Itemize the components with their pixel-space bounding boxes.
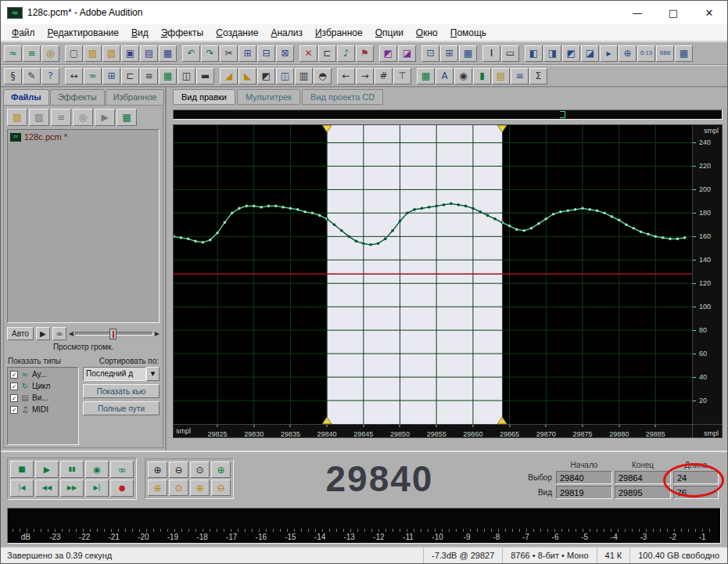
selection-end-field[interactable]: 29864 bbox=[615, 471, 671, 484]
play-file-icon[interactable]: ▶ bbox=[95, 109, 115, 126]
levels-panel-icon[interactable]: ▦ bbox=[675, 45, 693, 62]
help-icon[interactable]: ? bbox=[41, 68, 59, 84]
stop-button[interactable]: ■ bbox=[10, 461, 34, 478]
insert-cd-icon[interactable]: ◎ bbox=[73, 109, 93, 126]
slider-right-arrow-icon[interactable]: ▶ bbox=[155, 330, 160, 337]
insert-multitrack-icon[interactable]: ≡ bbox=[51, 109, 71, 126]
time-ruler-ticks[interactable]: smpl 29825298302983529840298452985029855… bbox=[173, 425, 693, 438]
mix-paste-icon[interactable]: ⊠ bbox=[276, 45, 294, 62]
type-checkbox[interactable]: ✓ bbox=[10, 406, 18, 414]
insert-playlist-icon[interactable]: ≡ bbox=[140, 68, 158, 84]
marquee-tool-icon[interactable]: ▭ bbox=[501, 45, 519, 62]
panel-options-icon[interactable]: ▦ bbox=[117, 109, 137, 126]
menu-window[interactable]: Окно bbox=[410, 26, 444, 40]
pause-button[interactable]: ▮▮ bbox=[60, 461, 84, 478]
fast-forward-button[interactable]: ▶▶ bbox=[60, 480, 84, 497]
minimize-button[interactable]: — bbox=[619, 1, 655, 24]
full-paths-button[interactable]: Полные пути bbox=[83, 401, 160, 415]
zoom-panel-icon[interactable]: ⊕ bbox=[619, 45, 637, 62]
save-file-icon[interactable]: ▣ bbox=[121, 45, 139, 62]
view-start-field[interactable]: 29819 bbox=[556, 486, 612, 499]
play-button[interactable]: ▶ bbox=[35, 461, 59, 478]
zoom-selection-button[interactable]: ⊙ bbox=[169, 480, 188, 496]
trim-icon[interactable]: ⊏ bbox=[318, 45, 336, 62]
undo-icon[interactable]: ↶ bbox=[182, 45, 200, 62]
level-ruler[interactable]: smpl 24022020018016014012010080604020 bbox=[693, 124, 723, 425]
paste-icon[interactable]: ⊟ bbox=[257, 45, 275, 62]
play-from-cursor-button[interactable]: ◉ bbox=[85, 461, 109, 478]
spectral-view-icon[interactable]: ◩ bbox=[379, 45, 397, 62]
save-as-icon[interactable]: ▤ bbox=[140, 45, 158, 62]
preview-auto-button[interactable]: Авто bbox=[7, 327, 34, 340]
snap-toggle-icon[interactable]: # bbox=[375, 68, 393, 84]
compress-icon[interactable]: ◩ bbox=[257, 68, 275, 84]
delete-selection-icon[interactable]: ✕ bbox=[299, 45, 317, 62]
import-file-icon[interactable]: ▨ bbox=[7, 109, 27, 126]
play-looped-button[interactable]: ∞ bbox=[110, 461, 134, 478]
go-to-beginning-button[interactable]: |◀ bbox=[10, 480, 34, 497]
dropdown-arrow-icon[interactable]: ▼ bbox=[146, 367, 160, 381]
sort-dropdown[interactable]: Последний д ▼ bbox=[83, 367, 160, 381]
close-file-icon[interactable]: ▧ bbox=[29, 109, 49, 126]
snap-to-zero-icon[interactable]: ⊞ bbox=[440, 45, 458, 62]
menu-view[interactable]: Вид bbox=[125, 26, 155, 40]
time-display[interactable]: 29840 bbox=[242, 455, 518, 502]
time-ruler[interactable]: smpl 29825298302983529840298452985029855… bbox=[173, 425, 723, 438]
zoom-out-full-button[interactable]: ⊖ bbox=[211, 480, 231, 496]
previous-marker-icon[interactable]: ← bbox=[337, 68, 355, 84]
tab-multitrack-view[interactable]: Мультитрек bbox=[237, 89, 300, 105]
waveform-canvas[interactable] bbox=[174, 125, 692, 424]
menu-help[interactable]: Помощь bbox=[444, 26, 493, 40]
convert-sample-type-icon[interactable]: ♪ bbox=[337, 45, 355, 62]
delay-icon[interactable]: ◫ bbox=[276, 68, 294, 84]
time-panel-icon[interactable]: 0:15 bbox=[637, 45, 655, 62]
open-as-icon[interactable]: ▧ bbox=[102, 45, 120, 62]
workspace-layout-3-icon[interactable]: ◩ bbox=[562, 45, 580, 62]
filter-audio[interactable]: ✓ ≈ Ау... bbox=[10, 370, 76, 379]
copy-icon[interactable]: ⊞ bbox=[238, 45, 256, 62]
zoom-out-button[interactable]: ⊖ bbox=[169, 462, 188, 478]
edit-favorites-icon[interactable]: ✎ bbox=[23, 68, 41, 84]
tab-effects[interactable]: Эффекты bbox=[50, 89, 105, 105]
copy-to-new-icon[interactable]: ⊞ bbox=[102, 68, 120, 84]
menu-favorites[interactable]: Избранное bbox=[309, 26, 369, 40]
big-time-panel-icon[interactable]: 888 bbox=[656, 45, 674, 62]
open-file-icon[interactable]: ▨ bbox=[84, 45, 102, 62]
waveform-display-icon[interactable]: ◪ bbox=[398, 45, 416, 62]
menu-file[interactable]: Файл bbox=[5, 26, 41, 40]
redo-icon[interactable]: ↷ bbox=[201, 45, 219, 62]
workspace-layout-2-icon[interactable]: ◨ bbox=[543, 45, 561, 62]
selection-start-field[interactable]: 29840 bbox=[556, 471, 612, 484]
menu-analyze[interactable]: Анализ bbox=[264, 26, 309, 40]
save-all-icon[interactable]: ▦ bbox=[159, 45, 177, 62]
ruler-options-icon[interactable]: ⊤ bbox=[393, 68, 411, 84]
filter-icon[interactable]: ▥ bbox=[295, 68, 313, 84]
type-checkbox[interactable]: ✓ bbox=[10, 394, 18, 402]
selection-length-field[interactable]: 24 bbox=[673, 471, 719, 484]
preview-play-button[interactable]: ▶ bbox=[36, 327, 50, 340]
zoom-sel-left-button[interactable]: ⊕ bbox=[148, 480, 167, 496]
grid-view-icon[interactable]: ▦ bbox=[417, 68, 435, 84]
filter-loop[interactable]: ✓ ↻ Цикл bbox=[10, 382, 76, 390]
file-list-item[interactable]: ≈ 128c.pcm * bbox=[10, 132, 156, 142]
menu-edit[interactable]: Редактирование bbox=[41, 26, 125, 40]
rewind-button[interactable]: ◀◀ bbox=[35, 480, 59, 497]
preview-loop-button[interactable]: ∞ bbox=[52, 327, 66, 340]
play-panel-icon[interactable]: ▸ bbox=[600, 45, 618, 62]
time-selection-tool-icon[interactable]: I bbox=[482, 45, 500, 62]
menu-generate[interactable]: Создание bbox=[210, 26, 264, 40]
snap-to-frames-icon[interactable]: ▦ bbox=[459, 45, 477, 62]
view-end-field[interactable]: 29895 bbox=[615, 486, 671, 499]
scripts-icon[interactable]: § bbox=[4, 68, 22, 84]
group-blocks-icon[interactable]: ▦ bbox=[159, 68, 177, 84]
snap-to-ruler-icon[interactable]: ⊡ bbox=[421, 45, 439, 62]
record-button[interactable]: ● bbox=[110, 480, 134, 497]
frequency-analysis-icon[interactable]: Σ bbox=[529, 68, 547, 84]
level-meter[interactable]: dB-23-22-21-20-19-18-17-16-15-14-13-12-1… bbox=[7, 508, 721, 544]
overview-position-marker[interactable] bbox=[560, 111, 565, 118]
phase-analysis-icon[interactable]: ◉ bbox=[454, 68, 472, 84]
menu-effects[interactable]: Эффекты bbox=[155, 26, 210, 40]
lock-time-icon[interactable]: ◫ bbox=[178, 68, 195, 84]
amplify-icon[interactable]: ◢ bbox=[220, 68, 238, 84]
zoom-in-button[interactable]: ⊕ bbox=[148, 462, 167, 478]
